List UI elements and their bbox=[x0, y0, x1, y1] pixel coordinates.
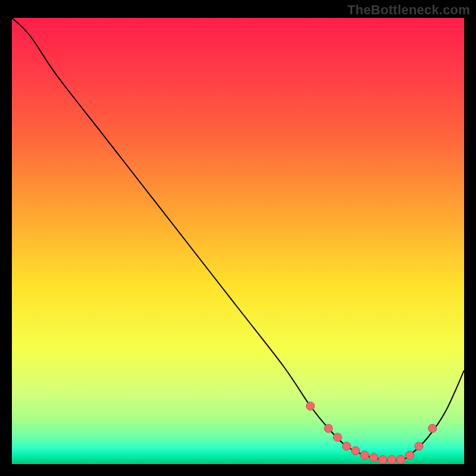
bottleneck-curve-chart bbox=[12, 18, 464, 464]
highlight-point bbox=[387, 456, 396, 464]
highlight-point bbox=[406, 451, 414, 459]
highlight-point bbox=[397, 456, 405, 464]
highlight-point bbox=[369, 453, 378, 462]
highlight-point bbox=[333, 433, 342, 441]
highlight-point bbox=[352, 447, 360, 455]
highlight-point bbox=[428, 424, 437, 433]
chart-container: TheBottleneck.com bbox=[0, 0, 476, 476]
watermark-text: TheBottleneck.com bbox=[347, 2, 470, 18]
highlight-point bbox=[342, 442, 350, 450]
highlight-point bbox=[306, 402, 315, 411]
highlight-point bbox=[361, 451, 369, 459]
highlight-point bbox=[324, 424, 333, 433]
plot-area bbox=[12, 18, 464, 464]
highlight-point bbox=[378, 456, 387, 464]
highlight-point bbox=[415, 442, 423, 450]
gradient-background bbox=[12, 18, 464, 464]
